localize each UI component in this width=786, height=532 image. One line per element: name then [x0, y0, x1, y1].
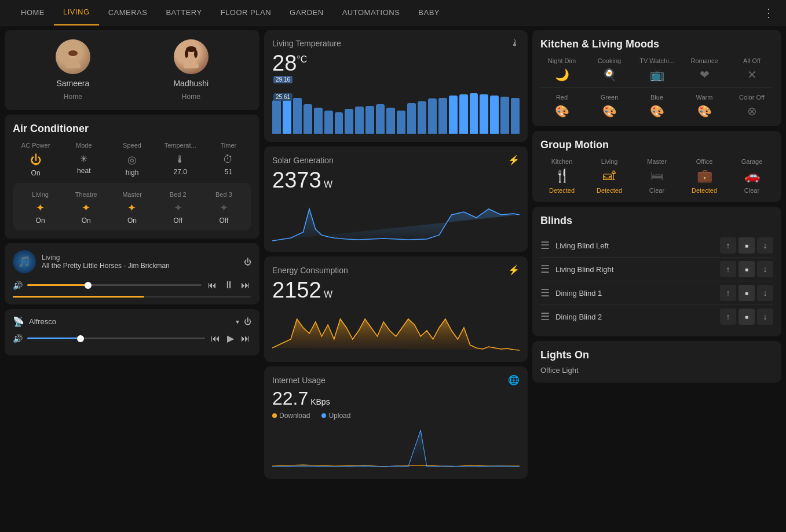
nav-item-living[interactable]: LIVING: [54, 0, 99, 25]
ac-speed-icon[interactable]: ◎: [109, 153, 155, 166]
moods-divider: [540, 87, 773, 88]
bar-chart-high-label: 29.16: [273, 76, 293, 83]
blind-stop-1[interactable]: ■: [739, 261, 755, 277]
cast-volume-slider[interactable]: [27, 337, 205, 339]
ac-power-col: AC Power ⏻ On: [13, 142, 59, 177]
room-master-icon[interactable]: ✦: [110, 201, 153, 214]
mood-all-off[interactable]: All Off ✕: [730, 57, 773, 82]
volume-icon: 🔊: [13, 281, 23, 290]
blind-up-3[interactable]: ↑: [720, 309, 736, 325]
more-options-button[interactable]: ⋮: [763, 6, 774, 20]
mood-cooking[interactable]: Cooking 🍳: [588, 57, 631, 82]
music-power-button[interactable]: ⏻: [244, 258, 251, 266]
mood-warm[interactable]: Warm 🎨: [683, 94, 726, 118]
pause-button[interactable]: ⏸: [222, 278, 235, 292]
music-info: Living All the Pretty Little Horses - Ji…: [42, 254, 238, 270]
cast-next-button[interactable]: ⏭: [240, 332, 251, 345]
mood-night-dim[interactable]: Night Dim 🌙: [540, 57, 583, 82]
nav-item-cameras[interactable]: CAMERAS: [99, 0, 157, 25]
ac-temp-col: Temperat... 🌡 27.0: [158, 142, 203, 177]
cast-name: Alfresco: [29, 317, 231, 326]
blind-stop-0[interactable]: ■: [739, 237, 755, 254]
music-header: 🎵 Living All the Pretty Little Horses - …: [13, 250, 251, 273]
nav-item-garden[interactable]: GARDEN: [280, 0, 333, 25]
cast-play-button[interactable]: ▶: [226, 332, 235, 345]
temp-bar-11: [386, 108, 395, 134]
music-controls: 🔊 ⏮ ⏸ ⏭: [13, 278, 251, 292]
mood-tv-watching[interactable]: TV Watchi... 📺: [635, 57, 678, 82]
cast-header: 📡 Alfresco ▾ ⏻: [13, 316, 251, 327]
energy-card: Energy Consumption ⚡ 2152 W: [264, 256, 528, 362]
ac-power-icon[interactable]: ⏻: [13, 153, 59, 167]
cast-expand-button[interactable]: ▾: [236, 318, 239, 326]
blind-up-1[interactable]: ↑: [720, 261, 736, 277]
progress-bar[interactable]: [13, 296, 251, 298]
music-player-card: 🎵 Living All the Pretty Little Horses - …: [5, 243, 259, 304]
blind-down-1[interactable]: ↓: [757, 261, 773, 277]
avatar-madhushi: [174, 39, 209, 74]
moods-grid-top: Night Dim 🌙 Cooking 🍳 TV Watchi... 📺 Rom…: [540, 57, 773, 82]
cast-power-button[interactable]: ⏻: [244, 317, 251, 326]
room-bed3: Bed 3 ✦ Off: [202, 191, 246, 225]
nav-item-floorplan[interactable]: FLOOR PLAN: [211, 0, 280, 25]
nav-item-home[interactable]: HOME: [12, 0, 54, 25]
ac-mode-label: Mode: [61, 142, 107, 149]
blind-down-3[interactable]: ↓: [757, 309, 773, 325]
ac-timer-val: 51: [206, 168, 251, 176]
nav-item-automations[interactable]: AUTOMATIONS: [333, 0, 410, 25]
cast-card: 📡 Alfresco ▾ ⏻ 🔊 ⏮ ▶ ⏭: [5, 309, 259, 355]
room-theatre-icon[interactable]: ✦: [64, 201, 108, 214]
temp-bar-13: [407, 103, 416, 134]
internet-value: 22.7 KBps: [272, 388, 520, 409]
blind-down-0[interactable]: ↓: [757, 237, 773, 254]
internet-legend: Download Upload: [272, 412, 520, 420]
nav-item-baby[interactable]: BABY: [409, 0, 449, 25]
ac-temp-icon[interactable]: 🌡: [158, 153, 203, 166]
room-bed3-icon[interactable]: ✦: [202, 201, 246, 214]
temp-bar-21: [490, 96, 499, 134]
gm-office-icon: 💼: [697, 168, 712, 184]
temp-bar-15: [428, 98, 437, 134]
room-theatre: Theatre ✦ On: [64, 191, 108, 225]
gm-garage-status: Clear: [744, 187, 759, 194]
navbar: HOME LIVING CAMERAS BATTERY FLOOR PLAN G…: [0, 0, 786, 25]
nav-item-battery[interactable]: BATTERY: [156, 0, 211, 25]
gm-living: Living 🛋 Detected: [588, 158, 631, 194]
room-living-icon[interactable]: ✦: [19, 201, 62, 214]
volume-slider[interactable]: [27, 284, 202, 286]
room-bed3-status: Off: [202, 217, 246, 225]
ac-mode-icon[interactable]: ✳: [61, 153, 107, 164]
room-master-status: On: [110, 217, 153, 225]
blind-stop-3[interactable]: ■: [739, 309, 755, 325]
prev-button[interactable]: ⏮: [206, 279, 218, 292]
cast-prev-button[interactable]: ⏮: [210, 332, 221, 345]
temp-icon: 🌡: [510, 38, 520, 49]
room-bed2-icon[interactable]: ✦: [156, 201, 200, 214]
blind-up-0[interactable]: ↑: [720, 237, 736, 254]
gm-office-status: Detected: [692, 187, 717, 194]
mood-romance[interactable]: Romance ❤: [683, 57, 726, 82]
energy-icon: ⚡: [508, 265, 520, 276]
blind-row-1: ☰ Living Blind Right ↑ ■ ↓: [540, 258, 773, 281]
person-status-sameera: Home: [64, 93, 82, 101]
blind-up-2[interactable]: ↑: [720, 285, 736, 301]
next-button[interactable]: ⏭: [240, 279, 251, 292]
ac-timer-icon[interactable]: ⏱: [206, 153, 251, 166]
mood-color-off[interactable]: Color Off ⊗: [730, 94, 773, 118]
right-panel: Kitchen & Living Moods Night Dim 🌙 Cooki…: [532, 30, 781, 527]
energy-section-title: Energy Consumption ⚡: [272, 265, 520, 276]
gm-kitchen-icon: 🍴: [554, 168, 570, 184]
blind-stop-2[interactable]: ■: [739, 285, 755, 301]
mood-green[interactable]: Green 🎨: [588, 94, 631, 118]
mood-red[interactable]: Red 🎨: [540, 94, 583, 118]
ac-timer-col: Timer ⏱ 51: [206, 142, 251, 177]
mid-panel: Living Temperature 🌡 28°C 29.16 25.61 So…: [264, 30, 528, 527]
mood-blue[interactable]: Blue 🎨: [635, 94, 678, 118]
gm-kitchen: Kitchen 🍴 Detected: [540, 158, 583, 194]
solar-section-title: Solar Generation ⚡: [272, 155, 520, 166]
blind-name-1: Living Blind Right: [555, 265, 718, 274]
solar-title-text: Solar Generation: [272, 156, 334, 165]
mood-warm-icon: 🎨: [697, 104, 712, 118]
room-theatre-status: On: [64, 217, 108, 225]
blind-down-2[interactable]: ↓: [757, 285, 773, 301]
